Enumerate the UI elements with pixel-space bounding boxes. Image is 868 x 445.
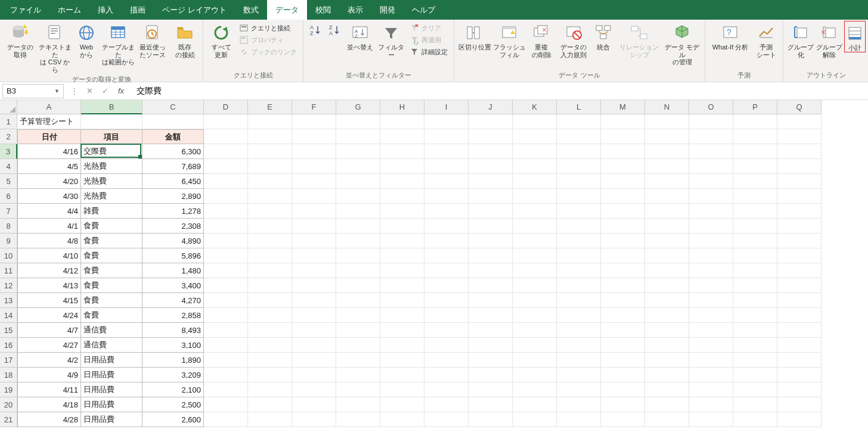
cell[interactable] bbox=[248, 234, 292, 248]
cell[interactable]: 1,890 bbox=[142, 353, 204, 368]
cell[interactable] bbox=[204, 159, 248, 174]
cell[interactable] bbox=[380, 308, 424, 323]
cell[interactable]: 2,600 bbox=[142, 412, 204, 427]
cell[interactable] bbox=[777, 323, 822, 338]
grid-body[interactable]: 予算管理シート日付項目金額4/16交際費6,3004/5光熱費7,6894/20… bbox=[17, 114, 822, 427]
tab-formulas[interactable]: 数式 bbox=[235, 0, 267, 20]
cell[interactable] bbox=[557, 234, 601, 248]
cell[interactable] bbox=[380, 353, 424, 368]
cell[interactable] bbox=[248, 323, 292, 338]
cell[interactable]: 日用品費 bbox=[81, 412, 142, 427]
cell[interactable] bbox=[777, 338, 822, 353]
cell[interactable] bbox=[689, 174, 733, 189]
cell[interactable]: 2,890 bbox=[142, 189, 204, 204]
cell[interactable] bbox=[733, 308, 777, 323]
advanced-filter-button[interactable]: 詳細設定 bbox=[407, 46, 450, 58]
chevron-down-icon[interactable]: ▼ bbox=[54, 88, 60, 94]
cell[interactable] bbox=[601, 204, 645, 219]
tab-draw[interactable]: 描画 bbox=[122, 0, 154, 20]
cell[interactable] bbox=[336, 189, 380, 204]
tab-home[interactable]: ホーム bbox=[49, 0, 89, 20]
cell[interactable] bbox=[557, 204, 601, 219]
cell[interactable] bbox=[248, 368, 292, 382]
data-model-button[interactable]: データ モデルの管理 bbox=[663, 21, 701, 66]
cell[interactable]: 4/15 bbox=[17, 293, 81, 308]
cell[interactable] bbox=[689, 368, 733, 382]
name-box[interactable]: B3 ▼ bbox=[2, 84, 64, 98]
cell[interactable] bbox=[777, 308, 822, 323]
cell[interactable] bbox=[380, 382, 424, 397]
cell[interactable] bbox=[336, 234, 380, 248]
cell[interactable]: 4/18 bbox=[17, 397, 81, 412]
properties-button[interactable]: プロパティ bbox=[237, 34, 299, 46]
cell[interactable] bbox=[513, 219, 557, 234]
row-header[interactable]: 5 bbox=[0, 174, 17, 189]
cell[interactable] bbox=[733, 368, 777, 382]
cell[interactable] bbox=[733, 189, 777, 204]
row-header[interactable]: 19 bbox=[0, 382, 17, 397]
reapply-button[interactable]: 再適用 bbox=[407, 34, 450, 46]
cell[interactable] bbox=[645, 248, 689, 263]
cell[interactable] bbox=[601, 234, 645, 248]
cell[interactable] bbox=[733, 338, 777, 353]
tab-file[interactable]: ファイル bbox=[2, 0, 49, 20]
cell[interactable] bbox=[248, 219, 292, 234]
cell[interactable] bbox=[204, 308, 248, 323]
cell[interactable] bbox=[601, 248, 645, 263]
cell[interactable] bbox=[424, 397, 469, 412]
cell[interactable]: 日用品費 bbox=[81, 382, 142, 397]
cell[interactable]: 日付 bbox=[17, 129, 81, 144]
cell[interactable] bbox=[513, 353, 557, 368]
confirm-edit-button[interactable]: ✓ bbox=[97, 84, 113, 98]
subtotal-button[interactable]: 小計 bbox=[844, 21, 866, 52]
cell[interactable] bbox=[733, 278, 777, 293]
cell[interactable] bbox=[380, 278, 424, 293]
cell[interactable] bbox=[645, 234, 689, 248]
cell[interactable] bbox=[645, 353, 689, 368]
cell[interactable] bbox=[557, 397, 601, 412]
cell[interactable] bbox=[645, 308, 689, 323]
cell[interactable] bbox=[689, 114, 733, 129]
cell[interactable] bbox=[645, 174, 689, 189]
cell[interactable]: 3,100 bbox=[142, 338, 204, 353]
cell[interactable] bbox=[733, 382, 777, 397]
cell[interactable] bbox=[469, 159, 513, 174]
cell[interactable] bbox=[292, 397, 336, 412]
ungroup-button[interactable]: グループ解除 bbox=[816, 21, 843, 58]
cell[interactable] bbox=[424, 382, 469, 397]
cell[interactable] bbox=[513, 129, 557, 144]
cell[interactable] bbox=[424, 248, 469, 263]
cell[interactable] bbox=[336, 248, 380, 263]
cell[interactable] bbox=[248, 397, 292, 412]
cell[interactable] bbox=[292, 248, 336, 263]
cell[interactable]: 食費 bbox=[81, 263, 142, 278]
cell[interactable] bbox=[248, 308, 292, 323]
cell[interactable] bbox=[601, 293, 645, 308]
cell[interactable] bbox=[424, 234, 469, 248]
cell[interactable] bbox=[469, 174, 513, 189]
cell[interactable] bbox=[733, 353, 777, 368]
cell[interactable] bbox=[601, 219, 645, 234]
cell[interactable] bbox=[336, 129, 380, 144]
cell[interactable] bbox=[601, 382, 645, 397]
cell[interactable] bbox=[469, 293, 513, 308]
cell[interactable] bbox=[424, 219, 469, 234]
cell[interactable] bbox=[248, 382, 292, 397]
cell[interactable] bbox=[204, 114, 248, 129]
cell[interactable] bbox=[777, 382, 822, 397]
tab-review[interactable]: 校閲 bbox=[307, 0, 339, 20]
cell[interactable]: 4/1 bbox=[17, 219, 81, 234]
cell[interactable]: 4/8 bbox=[17, 234, 81, 248]
cell[interactable] bbox=[336, 353, 380, 368]
cell[interactable]: 4/7 bbox=[17, 323, 81, 338]
cell[interactable] bbox=[513, 323, 557, 338]
cell[interactable] bbox=[689, 308, 733, 323]
cell[interactable] bbox=[204, 189, 248, 204]
cell[interactable]: 4/27 bbox=[17, 338, 81, 353]
cell[interactable] bbox=[424, 174, 469, 189]
tab-insert[interactable]: 挿入 bbox=[89, 0, 122, 20]
cell[interactable]: 8,493 bbox=[142, 323, 204, 338]
column-header[interactable]: L bbox=[557, 100, 601, 114]
cell[interactable] bbox=[601, 278, 645, 293]
cell[interactable] bbox=[777, 129, 822, 144]
